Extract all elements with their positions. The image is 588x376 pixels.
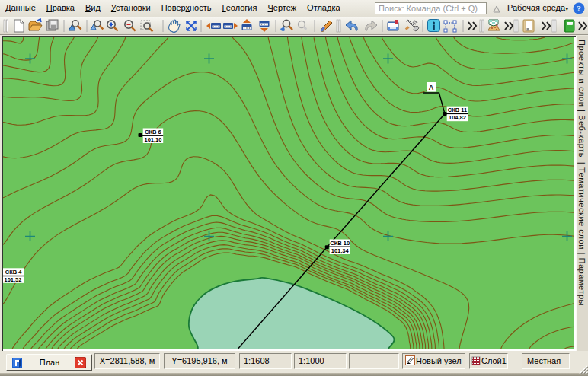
svg-text:СКВ 4: СКВ 4: [5, 269, 22, 276]
svg-text:СКВ 11: СКВ 11: [448, 107, 467, 113]
svg-text:101,52: 101,52: [5, 276, 22, 283]
svg-text:СКВ 6: СКВ 6: [145, 129, 161, 135]
svg-text:101,34: 101,34: [331, 247, 350, 254]
svg-text:104,82: 104,82: [449, 114, 466, 121]
svg-text:СКВ 10: СКВ 10: [330, 240, 350, 247]
svg-text:A: A: [429, 84, 434, 91]
svg-text:101,10: 101,10: [144, 136, 161, 143]
svg-text:?: ?: [577, 4, 581, 13]
